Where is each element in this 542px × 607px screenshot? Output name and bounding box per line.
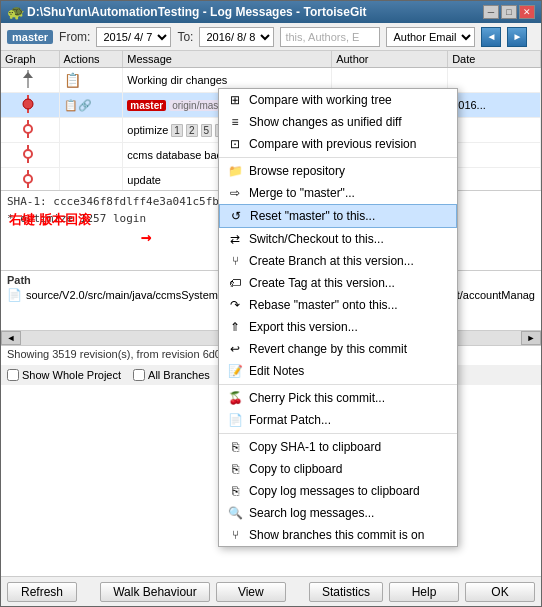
menu-item-switch[interactable]: ⇄ Switch/Checkout to this... [219,228,457,250]
menu-label-browse: Browse repository [249,164,449,178]
svg-point-7 [24,150,32,158]
menu-label-show-unified: Show changes as unified diff [249,115,449,129]
minimize-button[interactable]: ─ [483,5,499,19]
separator-3 [219,433,457,434]
menu-item-compare-working[interactable]: ⊞ Compare with working tree [219,89,457,111]
menu-item-copy-log[interactable]: ⎘ Copy log messages to clipboard [219,480,457,502]
close-button[interactable]: ✕ [519,5,535,19]
reset-icon: ↺ [228,208,244,224]
menu-item-export[interactable]: ⇑ Export this version... [219,316,457,338]
ok-button[interactable]: OK [465,582,535,602]
revert-icon: ↩ [227,341,243,357]
all-branches-checkbox[interactable] [133,369,145,381]
file-icon: 📄 [7,288,22,302]
menu-item-cherry-pick[interactable]: 🍒 Cherry Pick this commit... [219,387,457,409]
center-buttons: Walk Behaviour View [100,582,286,602]
menu-item-merge[interactable]: ⇨ Merge to "master"... [219,182,457,204]
graph-cell [5,70,51,88]
to-date-select[interactable]: 2016/ 8/ 8 [199,27,274,47]
from-date-select[interactable]: 2015/ 4/ 7 [96,27,171,47]
switch-icon: ⇄ [227,231,243,247]
refresh-button[interactable]: Refresh [7,582,77,602]
menu-item-copy-sha[interactable]: ⎘ Copy SHA-1 to clipboard [219,436,457,458]
menu-item-browse[interactable]: 📁 Browse repository [219,160,457,182]
svg-point-3 [23,99,33,109]
copy-log-icon: ⎘ [227,483,243,499]
export-icon: ⇑ [227,319,243,335]
view-button[interactable]: View [216,582,286,602]
col-message: Message [123,51,332,68]
menu-label-show-branches: Show branches this commit is on [249,528,449,542]
menu-item-create-tag[interactable]: 🏷 Create Tag at this version... [219,272,457,294]
window-controls: ─ □ ✕ [483,5,535,19]
copy-icon: ⎘ [227,461,243,477]
scroll-right-btn[interactable]: ► [521,331,541,345]
filter-input[interactable]: this, Authors, E [280,27,380,47]
menu-label-export: Export this version... [249,320,449,334]
help-button[interactable]: Help [389,582,459,602]
svg-marker-1 [23,72,33,78]
create-branch-icon: ⑂ [227,253,243,269]
compare-working-icon: ⊞ [227,92,243,108]
col-author: Author [332,51,448,68]
menu-label-create-tag: Create Tag at this version... [249,276,449,290]
menu-item-revert[interactable]: ↩ Revert change by this commit [219,338,457,360]
menu-label-compare-working: Compare with working tree [249,93,449,107]
menu-label-copy-sha: Copy SHA-1 to clipboard [249,440,449,454]
menu-item-format-patch[interactable]: 📄 Format Patch... [219,409,457,431]
show-whole-project-item: Show Whole Project [7,369,121,381]
menu-item-show-unified[interactable]: ≡ Show changes as unified diff [219,111,457,133]
arrow-icon: → [141,226,152,247]
rebase-icon: ↷ [227,297,243,313]
col-actions: Actions [59,51,123,68]
separator-1 [219,157,457,158]
graph-cell-update [5,170,51,188]
edit-notes-icon: 📝 [227,363,243,379]
create-tag-icon: 🏷 [227,275,243,291]
nav-prev-button[interactable]: ◄ [481,27,501,47]
menu-label-revert: Revert change by this commit [249,342,449,356]
menu-label-copy-log: Copy log messages to clipboard [249,484,449,498]
menu-label-edit-notes: Edit Notes [249,364,449,378]
graph-cell-opt [5,120,51,138]
graph-cell-ccms [5,145,51,163]
show-unified-icon: ≡ [227,114,243,130]
filter-type-select[interactable]: Author Email [386,27,475,47]
menu-item-compare-prev[interactable]: ⊡ Compare with previous revision [219,133,457,155]
menu-label-cherry-pick: Cherry Pick this commit... [249,391,449,405]
statistics-button[interactable]: Statistics [309,582,383,602]
menu-label-merge: Merge to "master"... [249,186,449,200]
title-bar: 🐢 D:\ShuYun\AutomationTesting - Log Mess… [1,1,541,23]
title-text: D:\ShuYun\AutomationTesting - Log Messag… [27,5,483,19]
menu-item-show-branches[interactable]: ⑂ Show branches this commit is on [219,524,457,546]
all-branches-label: All Branches [148,369,210,381]
menu-label-copy: Copy to clipboard [249,462,449,476]
all-branches-item: All Branches [133,369,210,381]
show-whole-project-label: Show Whole Project [22,369,121,381]
svg-point-5 [24,125,32,133]
menu-item-copy[interactable]: ⎘ Copy to clipboard [219,458,457,480]
menu-item-create-branch[interactable]: ⑂ Create Branch at this version... [219,250,457,272]
toolbar: master From: 2015/ 4/ 7 To: 2016/ 8/ 8 t… [1,23,541,51]
right-buttons: Statistics Help OK [309,582,535,602]
menu-item-search-log[interactable]: 🔍 Search log messages... [219,502,457,524]
menu-label-create-branch: Create Branch at this version... [249,254,449,268]
compare-prev-icon: ⊡ [227,136,243,152]
menu-label-reset: Reset "master" to this... [250,209,448,223]
col-date: Date [448,51,541,68]
refresh-section: Refresh [7,582,77,602]
browse-icon: 📁 [227,163,243,179]
menu-item-rebase[interactable]: ↷ Rebase "master" onto this... [219,294,457,316]
menu-label-search-log: Search log messages... [249,506,449,520]
maximize-button[interactable]: □ [501,5,517,19]
branch-label: master [7,30,53,44]
scroll-left-btn[interactable]: ◄ [1,331,21,345]
separator-2 [219,384,457,385]
annotation-text: 右键 版本回滚 [9,211,91,229]
show-whole-project-checkbox[interactable] [7,369,19,381]
copy-sha-icon: ⎘ [227,439,243,455]
walk-behaviour-button[interactable]: Walk Behaviour [100,582,210,602]
menu-item-reset[interactable]: ↺ Reset "master" to this... [219,204,457,228]
menu-item-edit-notes[interactable]: 📝 Edit Notes [219,360,457,382]
nav-next-button[interactable]: ► [507,27,527,47]
